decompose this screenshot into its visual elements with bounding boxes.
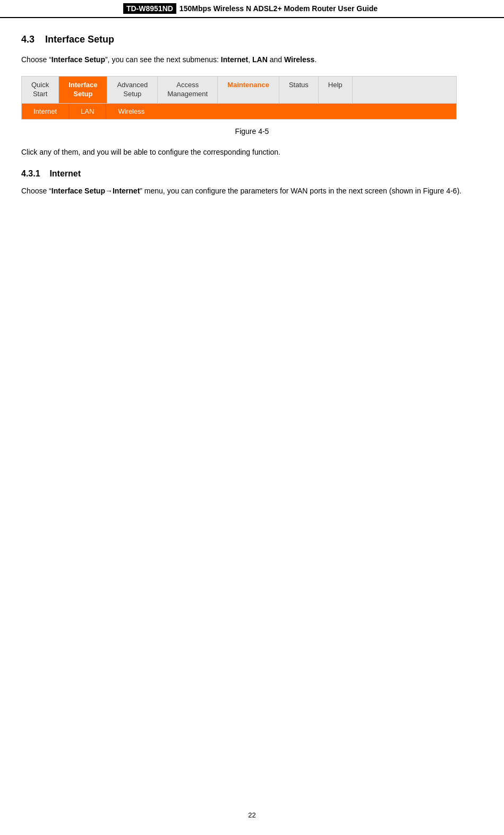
nav-container: QuickStart InterfaceSetup AdvancedSetup …: [21, 76, 457, 120]
content-area: 4.3 Interface Setup Choose “Interface Se…: [0, 18, 504, 213]
intro-part5: .: [314, 55, 317, 64]
nav-item-help[interactable]: Help: [319, 77, 353, 103]
figure-caption: Figure 4-5: [21, 127, 483, 136]
page-header: TD-W8951ND 150Mbps Wireless N ADSL2+ Mod…: [0, 0, 504, 18]
nav-item-status[interactable]: Status: [279, 77, 319, 103]
body-part2: ” menu, you can configure the parameters…: [140, 187, 462, 195]
section-title: 4.3 Interface Setup: [21, 34, 483, 45]
body-paragraph: Choose “Interface Setup→Internet” menu, …: [21, 185, 483, 198]
nav-item-quickstart[interactable]: QuickStart: [22, 77, 59, 103]
intro-bold1: Interface Setup: [52, 55, 105, 64]
intro-part3: ,: [248, 55, 252, 64]
section-number: 4.3: [21, 34, 35, 45]
intro-part4: and: [268, 55, 284, 64]
header-title: 150Mbps Wireless N ADSL2+ Modem Router U…: [176, 3, 381, 14]
intro-part2: ”, you can see the next submenus:: [105, 55, 221, 64]
nav-item-advancedsetup[interactable]: AdvancedSetup: [107, 77, 158, 103]
nav-item-interfacesetup[interactable]: InterfaceSetup: [59, 77, 107, 103]
subsection-heading: Internet: [49, 169, 81, 178]
section-heading: Interface Setup: [45, 34, 114, 45]
subsection-title: 4.3.1 Internet: [21, 169, 483, 179]
nav-sub-item-lan[interactable]: LAN: [69, 104, 106, 119]
subsection-number: 4.3.1: [21, 169, 40, 178]
intro-bold4: Wireless: [284, 55, 314, 64]
body-part1: Choose “: [21, 187, 52, 195]
intro-part1: Choose “: [21, 55, 52, 64]
intro-paragraph: Choose “Interface Setup”, you can see th…: [21, 54, 483, 65]
page-wrapper: TD-W8951ND 150Mbps Wireless N ADSL2+ Mod…: [0, 0, 504, 835]
nav-sub-item-wireless[interactable]: Wireless: [106, 104, 156, 119]
nav-item-maintenance[interactable]: Maintenance: [218, 77, 279, 103]
header-model: TD-W8951ND: [123, 3, 176, 14]
intro-bold2: Internet: [221, 55, 248, 64]
nav-sub: Internet LAN Wireless: [22, 104, 456, 119]
nav-main: QuickStart InterfaceSetup AdvancedSetup …: [22, 77, 456, 104]
body-bold1: Interface Setup→Internet: [52, 187, 140, 195]
intro-bold3: LAN: [252, 55, 268, 64]
click-text: Click any of them, and you will be able …: [21, 146, 483, 158]
page-number: 22: [0, 811, 504, 819]
nav-item-accessmanagement[interactable]: AccessManagement: [158, 77, 218, 103]
nav-sub-item-internet[interactable]: Internet: [22, 104, 69, 119]
